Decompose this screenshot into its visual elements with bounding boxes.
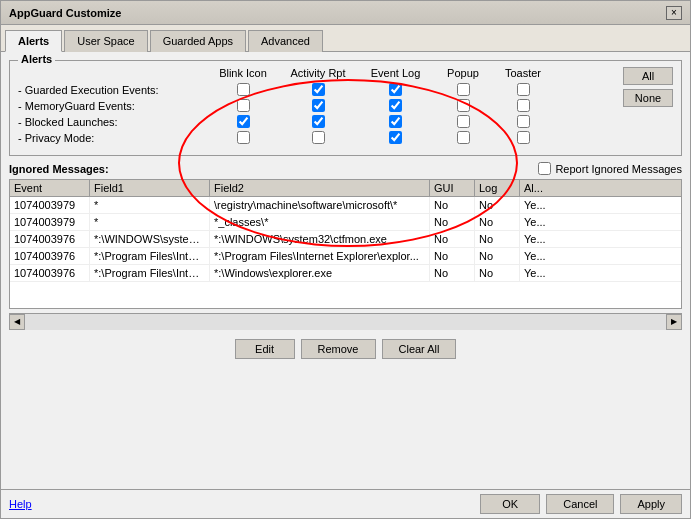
edit-button[interactable]: Edit: [235, 339, 295, 359]
popup-check-3[interactable]: [457, 131, 470, 144]
tab-alerts[interactable]: Alerts: [5, 30, 62, 52]
row-label-2: - Blocked Launches:: [18, 116, 208, 128]
alerts-row-0: - Guarded Execution Events:: [18, 83, 619, 96]
activity-0[interactable]: [278, 83, 358, 96]
popup-check-1[interactable]: [457, 99, 470, 112]
tab-bar: Alerts User Space Guarded Apps Advanced: [1, 25, 690, 52]
table-body: 1074003979 * \registry\machine\software\…: [10, 197, 681, 308]
blink-check-3[interactable]: [237, 131, 250, 144]
activity-check-0[interactable]: [312, 83, 325, 96]
popup-2[interactable]: [433, 115, 493, 128]
report-ignored-checkbox[interactable]: [538, 162, 551, 175]
main-content: Alerts Blink Icon Activity Rpt Event Log…: [1, 52, 690, 489]
cell-log-4: No: [475, 265, 520, 281]
none-button[interactable]: None: [623, 89, 673, 107]
scroll-track[interactable]: [25, 314, 666, 330]
clear-all-button[interactable]: Clear All: [382, 339, 457, 359]
activity-2[interactable]: [278, 115, 358, 128]
col-header-event-log: Event Log: [358, 67, 433, 79]
toaster-check-0[interactable]: [517, 83, 530, 96]
eventlog-check-3[interactable]: [389, 131, 402, 144]
blink-check-2[interactable]: [237, 115, 250, 128]
scroll-right-button[interactable]: ▶: [666, 314, 682, 330]
table-row[interactable]: 1074003976 *:\Program Files\Internet Exp…: [10, 265, 681, 282]
row-label-1: - MemoryGuard Events:: [18, 100, 208, 112]
eventlog-1[interactable]: [358, 99, 433, 112]
popup-3[interactable]: [433, 131, 493, 144]
report-ignored-label: Report Ignored Messages: [555, 163, 682, 175]
blink-check-1[interactable]: [237, 99, 250, 112]
toaster-check-1[interactable]: [517, 99, 530, 112]
horizontal-scrollbar: ◀ ▶: [9, 313, 682, 329]
toaster-3[interactable]: [493, 131, 553, 144]
cell-gui-0: No: [430, 197, 475, 213]
alerts-main: Blink Icon Activity Rpt Event Log Popup …: [18, 67, 619, 147]
cancel-button[interactable]: Cancel: [546, 494, 614, 514]
ok-button[interactable]: OK: [480, 494, 540, 514]
table-header: Event Field1 Field2 GUI Log Al...: [10, 180, 681, 197]
alerts-content: Blink Icon Activity Rpt Event Log Popup …: [18, 67, 673, 147]
eventlog-2[interactable]: [358, 115, 433, 128]
popup-check-0[interactable]: [457, 83, 470, 96]
tab-user-space[interactable]: User Space: [64, 30, 147, 52]
cell-log-0: No: [475, 197, 520, 213]
alerts-row-3: - Privacy Mode:: [18, 131, 619, 144]
eventlog-check-1[interactable]: [389, 99, 402, 112]
toaster-1[interactable]: [493, 99, 553, 112]
th-gui: GUI: [430, 180, 475, 196]
activity-1[interactable]: [278, 99, 358, 112]
apply-button[interactable]: Apply: [620, 494, 682, 514]
ignored-messages-label: Ignored Messages:: [9, 163, 109, 175]
activity-check-1[interactable]: [312, 99, 325, 112]
close-button[interactable]: ×: [666, 6, 682, 20]
table-row[interactable]: 1074003979 * *_classes\* No No Ye...: [10, 214, 681, 231]
activity-check-2[interactable]: [312, 115, 325, 128]
th-field2: Field2: [210, 180, 430, 196]
toaster-check-3[interactable]: [517, 131, 530, 144]
window-title: AppGuard Customize: [9, 7, 121, 19]
tab-advanced[interactable]: Advanced: [248, 30, 323, 52]
eventlog-check-0[interactable]: [389, 83, 402, 96]
cell-field2-3: *:\Program Files\Internet Explorer\explo…: [210, 248, 430, 264]
activity-3[interactable]: [278, 131, 358, 144]
popup-check-2[interactable]: [457, 115, 470, 128]
eventlog-check-2[interactable]: [389, 115, 402, 128]
blink-check-0[interactable]: [237, 83, 250, 96]
blink-2[interactable]: [208, 115, 278, 128]
toaster-2[interactable]: [493, 115, 553, 128]
footer: Help OK Cancel Apply: [1, 489, 690, 518]
report-ignored-container: Report Ignored Messages: [538, 162, 682, 175]
all-button[interactable]: All: [623, 67, 673, 85]
popup-1[interactable]: [433, 99, 493, 112]
cell-al-1: Ye...: [520, 214, 550, 230]
eventlog-0[interactable]: [358, 83, 433, 96]
help-link[interactable]: Help: [9, 498, 32, 510]
cell-field1-1: *: [90, 214, 210, 230]
th-field1: Field1: [90, 180, 210, 196]
toaster-0[interactable]: [493, 83, 553, 96]
blink-3[interactable]: [208, 131, 278, 144]
col-header-empty: [18, 67, 208, 79]
table-row[interactable]: 1074003979 * \registry\machine\software\…: [10, 197, 681, 214]
cell-field2-4: *:\Windows\explorer.exe: [210, 265, 430, 281]
scroll-left-button[interactable]: ◀: [9, 314, 25, 330]
table-row[interactable]: 1074003976 *:\Program Files\Internet Exp…: [10, 248, 681, 265]
row-label-3: - Privacy Mode:: [18, 132, 208, 144]
cell-field2-0: \registry\machine\software\microsoft\*: [210, 197, 430, 213]
remove-button[interactable]: Remove: [301, 339, 376, 359]
cell-al-2: Ye...: [520, 231, 550, 247]
ignored-messages-table: Event Field1 Field2 GUI Log Al... 107400…: [9, 179, 682, 309]
activity-check-3[interactable]: [312, 131, 325, 144]
eventlog-3[interactable]: [358, 131, 433, 144]
ignored-messages-section: Ignored Messages: Report Ignored Message…: [9, 162, 682, 329]
table-row[interactable]: 1074003976 *:\WINDOWS\system32\ctfmon.ex…: [10, 231, 681, 248]
tab-guarded-apps[interactable]: Guarded Apps: [150, 30, 246, 52]
blink-0[interactable]: [208, 83, 278, 96]
cell-field2-2: *:\WINDOWS\system32\ctfmon.exe: [210, 231, 430, 247]
toaster-check-2[interactable]: [517, 115, 530, 128]
popup-0[interactable]: [433, 83, 493, 96]
blink-1[interactable]: [208, 99, 278, 112]
cell-field1-3: *:\Program Files\Internet Explorer\explo…: [90, 248, 210, 264]
alerts-group-title: Alerts: [18, 53, 55, 65]
cell-field1-2: *:\WINDOWS\system32\ctfmon.exe: [90, 231, 210, 247]
